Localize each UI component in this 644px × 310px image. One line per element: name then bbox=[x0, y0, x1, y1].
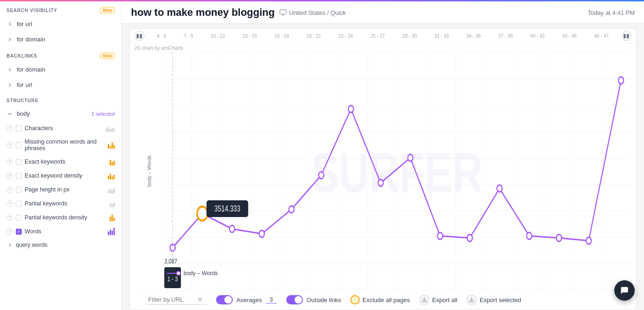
structure-label-partial-density: Partial keywords density bbox=[25, 214, 107, 221]
chat-button[interactable] bbox=[614, 280, 635, 301]
structure-item-query-words[interactable]: query words bbox=[0, 238, 121, 251]
sidebar-item-backlinks-domain[interactable]: for domain bbox=[0, 62, 121, 77]
structure-item-page-height[interactable]: ? Page height in px bbox=[0, 183, 121, 197]
structure-label-partial: Partial keywords bbox=[25, 200, 107, 207]
structure-item-exact-keywords[interactable]: ? Exact keywords bbox=[0, 155, 121, 169]
structure-label-missing: Missing common words and phrases bbox=[25, 139, 105, 152]
export-all-label: Export all bbox=[432, 297, 457, 303]
mini-chart-height bbox=[108, 186, 115, 193]
export-all-btn[interactable]: Export all bbox=[419, 295, 457, 305]
checkbox-height[interactable] bbox=[16, 187, 22, 193]
svg-point-17 bbox=[289, 206, 294, 213]
selected-count: 1 selected bbox=[92, 111, 115, 117]
page-title-area: how to make money blogging United States… bbox=[131, 7, 346, 19]
averages-toggle[interactable] bbox=[216, 295, 233, 304]
structure-title: STRUCTURE bbox=[7, 98, 39, 103]
chevron-right-icon-3 bbox=[7, 66, 13, 73]
chart-svg-wrapper: body – Words 0 2,000 4,000 6,000 8,000 1… bbox=[130, 53, 636, 290]
svg-point-25 bbox=[526, 232, 532, 239]
mini-chart-partial bbox=[110, 200, 115, 207]
structure-item-words[interactable]: ? Words bbox=[0, 224, 121, 238]
mini-chart-density bbox=[108, 172, 115, 179]
chevron-right-icon-query bbox=[7, 242, 13, 248]
svg-point-30 bbox=[197, 207, 207, 221]
structure-label-characters: Characters bbox=[25, 125, 103, 132]
y-axis-label: body – Words bbox=[146, 155, 152, 187]
sidebar: SEARCH VISIBILITY Beta for url for domai… bbox=[0, 0, 122, 310]
filter-clear-btn[interactable]: ✕ bbox=[197, 296, 203, 303]
sidebar-item-for-url[interactable]: for url bbox=[0, 16, 121, 32]
svg-point-55 bbox=[177, 271, 180, 275]
mini-chart-missing bbox=[108, 141, 115, 149]
outside-links-toggle[interactable] bbox=[286, 295, 303, 304]
filter-input-wrap: ✕ bbox=[146, 295, 207, 305]
help-icon-height[interactable]: ? bbox=[7, 186, 13, 193]
line-chart: 0 2,000 4,000 6,000 8,000 10,000 12,000 … bbox=[162, 53, 631, 290]
structure-section: STRUCTURE bbox=[0, 92, 121, 106]
mini-chart-partial-density bbox=[110, 214, 115, 221]
svg-point-27 bbox=[586, 237, 591, 244]
structure-item-partial-kw[interactable]: ? Partial keywords bbox=[0, 197, 121, 211]
help-icon-partial[interactable]: ? bbox=[7, 200, 13, 207]
structure-item-missing-common[interactable]: ? Missing common words and phrases bbox=[0, 135, 121, 155]
averages-label: Averages bbox=[237, 297, 262, 303]
mini-chart-words bbox=[108, 228, 115, 235]
help-icon-words[interactable]: ? bbox=[7, 228, 13, 235]
svg-point-15 bbox=[230, 225, 235, 232]
chevron-right-icon-4 bbox=[7, 82, 13, 88]
help-icon-density[interactable]: ? bbox=[7, 172, 13, 179]
sidebar-label-body: body bbox=[17, 110, 88, 117]
page-title: how to make money blogging bbox=[131, 7, 275, 19]
search-visibility-title: SEARCH VISIBILITY bbox=[7, 8, 57, 13]
monitor-icon bbox=[279, 9, 287, 16]
chart-container: ▮▮ 4 - 67 - 910 - 1213 - 1516 - 1819 - 2… bbox=[129, 28, 637, 310]
svg-text:3514.333: 3514.333 bbox=[214, 204, 240, 213]
search-visibility-section: SEARCH VISIBILITY Beta bbox=[0, 1, 121, 16]
averages-input[interactable] bbox=[266, 296, 277, 303]
help-icon-characters[interactable]: ? bbox=[7, 125, 13, 132]
structure-label-density: Exact keyword density bbox=[25, 172, 105, 179]
outside-links-toggle-group: Outside links bbox=[286, 295, 341, 304]
checkbox-characters[interactable] bbox=[16, 125, 22, 132]
chevron-right-icon-2 bbox=[7, 36, 13, 43]
chart-pause-btn[interactable]: ▮▮ bbox=[134, 31, 145, 41]
chart-pause-btn-right[interactable]: ▮▮ bbox=[621, 31, 631, 41]
checkbox-density[interactable] bbox=[16, 173, 22, 179]
bottom-controls: ✕ Averages Outside links Exclude all pag… bbox=[137, 290, 629, 310]
checkbox-missing[interactable] bbox=[16, 142, 22, 148]
svg-point-23 bbox=[467, 235, 473, 242]
svg-point-24 bbox=[497, 185, 502, 192]
search-visibility-beta: Beta bbox=[100, 7, 115, 13]
svg-text:3,087: 3,087 bbox=[164, 257, 177, 265]
exclude-all-btn[interactable]: Exclude all pages bbox=[350, 295, 410, 304]
backlinks-title: BACKLINKS bbox=[7, 53, 37, 59]
sidebar-label-for-url: for url bbox=[17, 20, 115, 27]
sidebar-item-body[interactable]: body 1 selected bbox=[0, 106, 121, 121]
sidebar-item-for-domain[interactable]: for domain bbox=[0, 32, 121, 47]
chart-top-bar: ▮▮ 4 - 67 - 910 - 1213 - 1516 - 1819 - 2… bbox=[130, 29, 636, 43]
structure-item-characters[interactable]: ? Characters bbox=[0, 121, 121, 135]
main-header: how to make money blogging United States… bbox=[122, 0, 644, 24]
checkbox-words[interactable] bbox=[16, 229, 22, 235]
structure-label-height: Page height in px bbox=[25, 186, 105, 193]
sidebar-item-backlinks-url[interactable]: for url bbox=[0, 77, 121, 92]
mini-chart-exact-kw bbox=[110, 158, 115, 165]
svg-point-16 bbox=[259, 231, 264, 237]
svg-text:SURFER: SURFER bbox=[311, 141, 482, 204]
chart-attribution: JS chart by amCharts bbox=[130, 43, 636, 53]
help-icon-exact-kw[interactable]: ? bbox=[7, 158, 13, 165]
export-selected-btn[interactable]: Export selected bbox=[467, 295, 521, 305]
checkbox-exact-kw[interactable] bbox=[16, 159, 22, 165]
structure-item-exact-kw-density[interactable]: ? Exact keyword density bbox=[0, 169, 121, 183]
structure-item-partial-density[interactable]: ? Partial keywords density bbox=[0, 211, 121, 224]
help-icon-partial-density[interactable]: ? bbox=[7, 214, 13, 221]
chevron-right-icon bbox=[7, 21, 13, 27]
checkbox-partial[interactable] bbox=[16, 201, 22, 207]
exclude-label: Exclude all pages bbox=[362, 297, 410, 303]
checkbox-partial-density[interactable] bbox=[16, 215, 22, 221]
filter-input[interactable] bbox=[148, 296, 195, 303]
backlinks-beta: Beta bbox=[100, 53, 115, 59]
help-icon-missing[interactable]: ? bbox=[7, 142, 13, 148]
sidebar-label-backlinks-domain: for domain bbox=[17, 66, 115, 73]
export-all-icon bbox=[419, 295, 429, 305]
